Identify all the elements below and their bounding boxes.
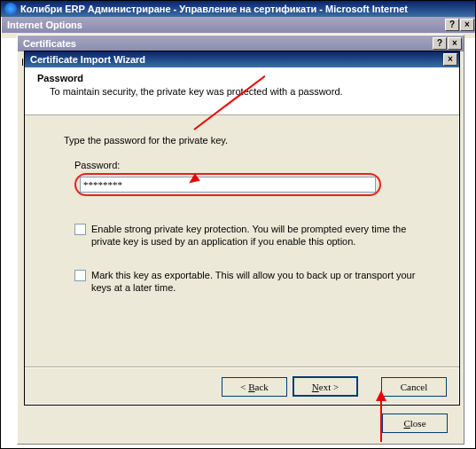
strong-protection-option[interactable]: Enable strong private key protection. Yo… bbox=[74, 223, 431, 248]
password-label: Password: bbox=[74, 160, 431, 170]
wizard-titlebar: Certificate Import Wizard × bbox=[25, 51, 459, 67]
certificate-import-wizard: Certificate Import Wizard × Password To … bbox=[24, 51, 460, 406]
close-button[interactable]: Close bbox=[382, 414, 448, 433]
ie-icon bbox=[4, 3, 17, 15]
close-button[interactable]: × bbox=[448, 37, 462, 50]
close-button[interactable]: × bbox=[443, 53, 457, 66]
exportable-option[interactable]: Mark this key as exportable. This will a… bbox=[74, 269, 431, 294]
next-button[interactable]: Next > bbox=[293, 376, 358, 397]
certificates-titlebar: Certificates ? × bbox=[18, 35, 464, 51]
wizard-header-title: Password bbox=[37, 73, 447, 83]
annotation-arrowhead-icon bbox=[376, 390, 386, 401]
cancel-button[interactable]: Cancel bbox=[381, 377, 447, 397]
annotation-arrow-to-next bbox=[380, 398, 382, 442]
back-button[interactable]: < Back bbox=[222, 377, 287, 397]
browser-titlebar: Колибри ERP Администриране - Управление … bbox=[1, 1, 476, 17]
password-highlight bbox=[74, 173, 381, 196]
close-button[interactable]: × bbox=[460, 19, 474, 31]
wizard-title: Certificate Import Wizard bbox=[30, 54, 145, 65]
help-button[interactable]: ? bbox=[433, 37, 447, 50]
password-prompt: Type the password for the private key. bbox=[64, 135, 431, 146]
browser-title: Колибри ERP Администриране - Управление … bbox=[20, 4, 408, 14]
exportable-label: Mark this key as exportable. This will a… bbox=[91, 269, 419, 294]
close-label: lose bbox=[410, 418, 426, 429]
internet-options-title: Internet Options bbox=[7, 20, 82, 30]
strong-protection-label: Enable strong private key protection. Yo… bbox=[91, 223, 419, 248]
checkbox-icon[interactable] bbox=[74, 224, 86, 235]
internet-options-titlebar: Internet Options ? × bbox=[2, 17, 476, 33]
password-input[interactable] bbox=[80, 177, 376, 193]
wizard-body: Type the password for the private key. P… bbox=[25, 115, 459, 303]
help-button[interactable]: ? bbox=[445, 19, 459, 31]
checkbox-icon[interactable] bbox=[74, 270, 86, 281]
certificates-title: Certificates bbox=[23, 38, 76, 49]
wizard-buttons: < Back Next > Cancel bbox=[25, 367, 459, 405]
